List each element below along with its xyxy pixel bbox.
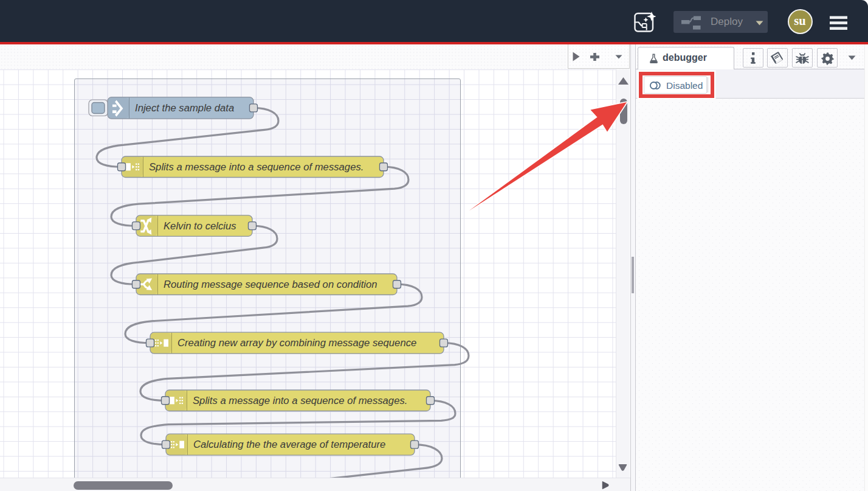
svg-text:Routing message sequence based: Routing message sequence based on condit… (164, 279, 377, 290)
svg-text:Splits a message into a sequen: Splits a message into a sequence of mess… (149, 161, 363, 173)
svg-text:Splits a message into a sequen: Splits a message into a sequence of mess… (193, 395, 407, 406)
svg-text:Creating new array by combinin: Creating new array by combining message … (177, 337, 416, 349)
svg-text:Inject the sample data: Inject the sample data (135, 102, 234, 114)
svg-text:Kelvin to celcius: Kelvin to celcius (164, 220, 236, 231)
svg-text:Calculating the the average of: Calculating the the average of temperatu… (193, 439, 385, 450)
